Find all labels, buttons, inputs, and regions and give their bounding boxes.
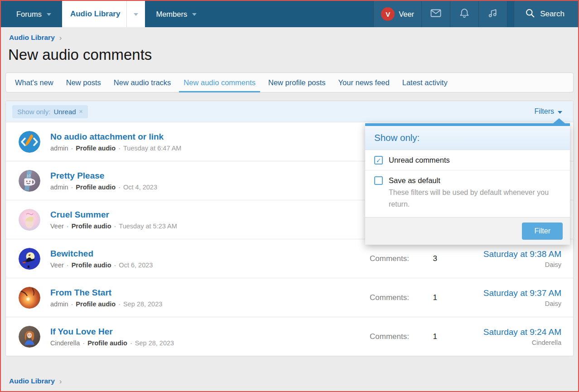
alerts-button[interactable] [450,1,478,27]
category-link[interactable]: Profile audio [76,300,116,308]
filters-menu-header: Show only: [365,126,570,150]
bell-icon [459,8,470,20]
comments-label: Comments: [370,293,409,302]
sunset-avatar[interactable] [19,287,40,309]
code-brush-avatar[interactable] [19,131,40,153]
thread-date[interactable]: Tuesday at 6:47 AM [123,145,181,152]
tab-new-audio-comments[interactable]: New audio comments [177,73,262,92]
author-link[interactable]: admin [50,184,68,191]
thread-date[interactable]: Sep 28, 2023 [123,300,162,308]
thread-summary: From The Start admin · Profile audio · S… [50,288,370,308]
author-link[interactable]: admin [50,145,68,152]
nav-audio-library-menu-toggle[interactable] [126,1,145,27]
filters-menu-footer: Filter [365,217,570,245]
meta-dot: · [114,261,116,269]
category-link[interactable]: Profile audio [87,339,127,347]
comments-label: Comments: [370,332,409,341]
thread-date[interactable]: Tuesday at 5:23 AM [119,223,177,230]
last-reply-date-link[interactable]: Saturday at 9:38 AM [454,249,561,259]
tab-new-posts[interactable]: New posts [60,73,107,92]
remove-filter-icon[interactable]: × [79,108,83,115]
category-link[interactable]: Profile audio [72,261,111,269]
checkbox-unchecked-icon[interactable] [374,176,383,185]
last-reply-block: Saturday at 9:24 AM Cinderella [454,327,561,346]
thread-date[interactable]: Oct 4, 2023 [123,184,157,191]
meta-dot: · [130,339,132,347]
list-item: If You Love Her Cinderella · Profile aud… [6,317,573,356]
active-filter-pill[interactable]: Show only: Unread × [12,105,88,118]
thread-title-link[interactable]: Cruel Summer [50,210,109,220]
author-link[interactable]: Cinderella [50,339,80,347]
smiley-mug-avatar[interactable] [19,170,40,192]
meta-dot: · [114,223,116,230]
filter-strip: Show only: Unread × Filters [6,101,573,122]
comments-count-block: Comments: 1 [370,332,454,341]
meta-dot: · [71,145,73,152]
breadcrumb-audio-library-link[interactable]: Audio Library [9,377,55,385]
user-menu[interactable]: V Veer [373,1,421,27]
nav-audio-library-label[interactable]: Audio Library [62,1,127,27]
nav-item-members[interactable]: Members [145,1,207,27]
search-button[interactable]: Search [514,1,578,27]
filters-dropdown: Show only: ✓ Unread comments Save as def… [365,123,570,245]
last-reply-date-link[interactable]: Saturday at 9:24 AM [454,327,561,337]
category-link[interactable]: Profile audio [72,223,111,230]
meta-dot: · [71,300,73,308]
last-reply-user: Daisy [454,300,561,307]
comments-count-block: Comments: 3 [370,254,454,263]
filter-pill-value: Unread [53,108,76,116]
chevron-down-icon [47,13,51,16]
last-reply-user: Cinderella [454,339,561,346]
save-default-option[interactable]: Save as default [365,170,570,186]
nav-item-forums[interactable]: Forums [1,1,62,27]
dropdown-caret-icon [553,118,565,123]
audio-library-quick-button[interactable] [478,1,507,27]
filters-toggle[interactable]: Filters [534,107,562,116]
tab-new-profile-posts[interactable]: New profile posts [262,73,332,92]
thread-title-link[interactable]: Pretty Please [50,171,104,181]
whats-new-tab-bar: What's new New posts New audio tracks Ne… [5,73,574,92]
checkbox-checked-icon[interactable]: ✓ [374,156,383,165]
thread-summary: Bewitched Veer · Profile audio · Oct 6, … [50,249,370,269]
unread-comments-option[interactable]: ✓ Unread comments [365,150,570,170]
thread-summary: If You Love Her Cinderella · Profile aud… [50,327,370,347]
tab-new-audio-tracks[interactable]: New audio tracks [107,73,178,92]
comments-count: 3 [433,254,437,263]
nav-members-label: Members [156,10,187,19]
nav-forums-label: Forums [16,10,42,19]
thread-title-link[interactable]: From The Start [50,288,111,298]
last-reply-date-link[interactable]: Saturday at 9:37 AM [454,288,561,298]
category-link[interactable]: Profile audio [76,184,116,191]
check-mark-icon: ✓ [376,157,381,164]
thread-title-link[interactable]: If You Love Her [50,327,113,337]
filter-pill-label: Show only: [17,108,50,116]
mail-icon [430,9,441,19]
meta-dot: · [82,339,85,347]
author-link[interactable]: Veer [50,261,64,269]
thread-title-link[interactable]: Bewitched [50,249,93,259]
witch-moon-avatar[interactable] [19,248,40,270]
last-reply-user: Daisy [454,261,561,268]
thread-date[interactable]: Sep 28, 2023 [135,339,174,347]
breadcrumb-audio-library-link[interactable]: Audio Library [9,34,55,42]
thread-date[interactable]: Oct 6, 2023 [119,261,153,269]
comments-count: 1 [433,332,437,341]
category-link[interactable]: Profile audio [76,145,116,152]
author-link[interactable]: admin [50,300,68,308]
thread-title-link[interactable]: No audio attachment or link [50,132,164,142]
pastel-clouds-avatar[interactable] [19,209,40,231]
tab-whats-new[interactable]: What's new [9,73,60,92]
author-link[interactable]: Veer [50,223,64,230]
thread-meta: Veer · Profile audio · Oct 6, 2023 [50,261,370,269]
meta-dot: · [118,184,121,191]
filter-submit-button[interactable]: Filter [522,223,563,240]
meta-dot: · [118,145,121,152]
nav-user-group: V Veer Search [373,1,578,27]
save-default-option-block: Save as default These filters will be us… [365,170,570,210]
tab-your-news-feed[interactable]: Your news feed [332,73,396,92]
chevron-down-icon [558,111,562,114]
tab-latest-activity[interactable]: Latest activity [396,73,454,92]
conversations-button[interactable] [421,1,450,27]
last-reply-block: Saturday at 9:37 AM Daisy [454,288,561,307]
princess-avatar[interactable] [19,326,40,348]
